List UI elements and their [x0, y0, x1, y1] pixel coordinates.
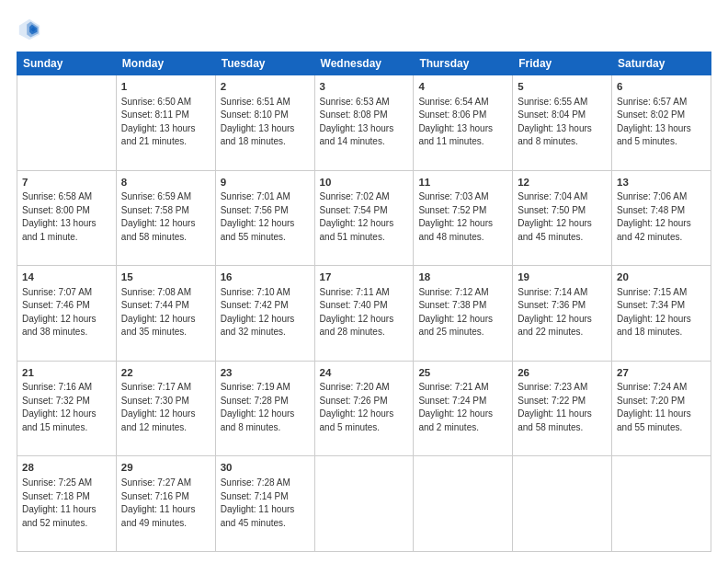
day-info: Sunrise: 7:19 AMSunset: 7:28 PMDaylight:… — [221, 381, 310, 434]
calendar-cell: 18Sunrise: 7:12 AMSunset: 7:38 PMDayligh… — [414, 266, 513, 362]
calendar-cell: 23Sunrise: 7:19 AMSunset: 7:28 PMDayligh… — [215, 361, 314, 456]
weekday-header-tuesday: Tuesday — [215, 52, 314, 75]
weekday-header-sunday: Sunday — [17, 52, 117, 75]
day-number: 24 — [320, 365, 409, 381]
calendar-cell: 3Sunrise: 6:53 AMSunset: 8:08 PMDaylight… — [314, 75, 414, 171]
day-info: Sunrise: 7:24 AMSunset: 7:20 PMDaylight:… — [617, 381, 706, 434]
day-info: Sunrise: 7:15 AMSunset: 7:34 PMDaylight:… — [617, 286, 706, 339]
calendar-cell: 21Sunrise: 7:16 AMSunset: 7:32 PMDayligh… — [17, 361, 117, 456]
day-number: 17 — [320, 270, 409, 285]
day-info: Sunrise: 7:12 AMSunset: 7:38 PMDaylight:… — [418, 286, 507, 339]
week-row-3: 14Sunrise: 7:07 AMSunset: 7:46 PMDayligh… — [17, 266, 711, 362]
calendar-cell: 13Sunrise: 7:06 AMSunset: 7:48 PMDayligh… — [612, 170, 711, 266]
day-number: 25 — [418, 365, 507, 381]
weekday-header-friday: Friday — [513, 52, 612, 75]
day-number: 10 — [320, 175, 409, 190]
page: SundayMondayTuesdayWednesdayThursdayFrid… — [0, 0, 728, 563]
weekday-header-monday: Monday — [116, 52, 215, 75]
day-number: 18 — [418, 270, 507, 285]
calendar-cell: 28Sunrise: 7:25 AMSunset: 7:18 PMDayligh… — [17, 456, 117, 552]
calendar-cell: 5Sunrise: 6:55 AMSunset: 8:04 PMDaylight… — [513, 75, 612, 171]
calendar-cell — [17, 75, 117, 171]
day-number: 11 — [418, 175, 507, 190]
day-info: Sunrise: 7:16 AMSunset: 7:32 PMDaylight:… — [22, 381, 111, 434]
day-number: 23 — [221, 365, 310, 381]
day-number: 30 — [221, 460, 310, 476]
day-info: Sunrise: 7:20 AMSunset: 7:26 PMDaylight:… — [320, 381, 409, 434]
calendar-cell: 11Sunrise: 7:03 AMSunset: 7:52 PMDayligh… — [414, 170, 513, 266]
day-number: 12 — [518, 175, 607, 190]
calendar-cell: 8Sunrise: 6:59 AMSunset: 7:58 PMDaylight… — [116, 170, 215, 266]
calendar-cell: 27Sunrise: 7:24 AMSunset: 7:20 PMDayligh… — [612, 361, 711, 456]
day-number: 29 — [121, 460, 210, 476]
day-info: Sunrise: 7:14 AMSunset: 7:36 PMDaylight:… — [518, 286, 607, 339]
weekday-header-thursday: Thursday — [414, 52, 513, 75]
day-number: 1 — [121, 79, 210, 95]
calendar-cell: 25Sunrise: 7:21 AMSunset: 7:24 PMDayligh… — [414, 361, 513, 456]
logo-icon — [17, 17, 42, 42]
day-number: 28 — [22, 460, 111, 476]
day-number: 5 — [518, 79, 607, 95]
day-number: 6 — [617, 79, 706, 95]
day-info: Sunrise: 7:21 AMSunset: 7:24 PMDaylight:… — [418, 381, 507, 434]
day-info: Sunrise: 7:06 AMSunset: 7:48 PMDaylight:… — [617, 190, 706, 244]
day-info: Sunrise: 7:23 AMSunset: 7:22 PMDaylight:… — [518, 381, 607, 434]
day-number: 16 — [221, 270, 310, 285]
calendar-cell: 19Sunrise: 7:14 AMSunset: 7:36 PMDayligh… — [513, 266, 612, 362]
header — [17, 17, 711, 42]
day-info: Sunrise: 7:27 AMSunset: 7:16 PMDaylight:… — [121, 477, 210, 530]
day-number: 20 — [617, 270, 706, 285]
calendar-cell: 30Sunrise: 7:28 AMSunset: 7:14 PMDayligh… — [215, 456, 314, 552]
calendar-cell: 22Sunrise: 7:17 AMSunset: 7:30 PMDayligh… — [116, 361, 215, 456]
day-info: Sunrise: 7:03 AMSunset: 7:52 PMDaylight:… — [418, 190, 507, 244]
day-info: Sunrise: 7:17 AMSunset: 7:30 PMDaylight:… — [121, 381, 210, 434]
calendar-cell: 2Sunrise: 6:51 AMSunset: 8:10 PMDaylight… — [215, 75, 314, 171]
day-number: 2 — [221, 79, 310, 95]
day-number: 26 — [518, 365, 607, 381]
calendar-cell: 10Sunrise: 7:02 AMSunset: 7:54 PMDayligh… — [314, 170, 414, 266]
day-info: Sunrise: 6:50 AMSunset: 8:11 PMDaylight:… — [121, 96, 210, 149]
day-info: Sunrise: 6:55 AMSunset: 8:04 PMDaylight:… — [518, 96, 607, 149]
weekday-header-saturday: Saturday — [612, 52, 711, 75]
calendar-cell: 26Sunrise: 7:23 AMSunset: 7:22 PMDayligh… — [513, 361, 612, 456]
day-number: 22 — [121, 365, 210, 381]
day-number: 9 — [221, 175, 310, 190]
calendar-table: SundayMondayTuesdayWednesdayThursdayFrid… — [17, 52, 711, 552]
day-info: Sunrise: 7:28 AMSunset: 7:14 PMDaylight:… — [221, 477, 310, 530]
calendar-cell: 17Sunrise: 7:11 AMSunset: 7:40 PMDayligh… — [314, 266, 414, 362]
calendar-cell — [513, 456, 612, 552]
day-info: Sunrise: 6:53 AMSunset: 8:08 PMDaylight:… — [320, 96, 409, 149]
day-number: 21 — [22, 365, 111, 381]
day-number: 19 — [518, 270, 607, 285]
calendar-cell: 6Sunrise: 6:57 AMSunset: 8:02 PMDaylight… — [612, 75, 711, 171]
logo — [17, 17, 46, 42]
calendar-cell — [414, 456, 513, 552]
day-number: 4 — [418, 79, 507, 95]
day-info: Sunrise: 6:51 AMSunset: 8:10 PMDaylight:… — [221, 96, 310, 149]
day-info: Sunrise: 7:11 AMSunset: 7:40 PMDaylight:… — [320, 286, 409, 339]
day-info: Sunrise: 7:25 AMSunset: 7:18 PMDaylight:… — [22, 477, 111, 530]
day-number: 14 — [22, 270, 111, 285]
week-row-5: 28Sunrise: 7:25 AMSunset: 7:18 PMDayligh… — [17, 456, 711, 552]
week-row-4: 21Sunrise: 7:16 AMSunset: 7:32 PMDayligh… — [17, 361, 711, 456]
day-info: Sunrise: 7:04 AMSunset: 7:50 PMDaylight:… — [518, 190, 607, 244]
calendar-cell: 29Sunrise: 7:27 AMSunset: 7:16 PMDayligh… — [116, 456, 215, 552]
day-number: 15 — [121, 270, 210, 285]
day-number: 13 — [617, 175, 706, 190]
day-info: Sunrise: 6:57 AMSunset: 8:02 PMDaylight:… — [617, 96, 706, 149]
weekday-header-wednesday: Wednesday — [314, 52, 414, 75]
day-info: Sunrise: 7:07 AMSunset: 7:46 PMDaylight:… — [22, 286, 111, 339]
calendar-cell: 20Sunrise: 7:15 AMSunset: 7:34 PMDayligh… — [612, 266, 711, 362]
calendar-header-row: SundayMondayTuesdayWednesdayThursdayFrid… — [17, 52, 711, 75]
calendar-cell: 24Sunrise: 7:20 AMSunset: 7:26 PMDayligh… — [314, 361, 414, 456]
day-number: 3 — [320, 79, 409, 95]
day-info: Sunrise: 6:54 AMSunset: 8:06 PMDaylight:… — [418, 96, 507, 149]
day-info: Sunrise: 7:02 AMSunset: 7:54 PMDaylight:… — [320, 190, 409, 244]
calendar-cell: 15Sunrise: 7:08 AMSunset: 7:44 PMDayligh… — [116, 266, 215, 362]
calendar-cell: 12Sunrise: 7:04 AMSunset: 7:50 PMDayligh… — [513, 170, 612, 266]
day-info: Sunrise: 7:08 AMSunset: 7:44 PMDaylight:… — [121, 286, 210, 339]
calendar-cell: 9Sunrise: 7:01 AMSunset: 7:56 PMDaylight… — [215, 170, 314, 266]
day-info: Sunrise: 6:59 AMSunset: 7:58 PMDaylight:… — [121, 190, 210, 244]
day-info: Sunrise: 7:10 AMSunset: 7:42 PMDaylight:… — [221, 286, 310, 339]
calendar-cell: 14Sunrise: 7:07 AMSunset: 7:46 PMDayligh… — [17, 266, 117, 362]
